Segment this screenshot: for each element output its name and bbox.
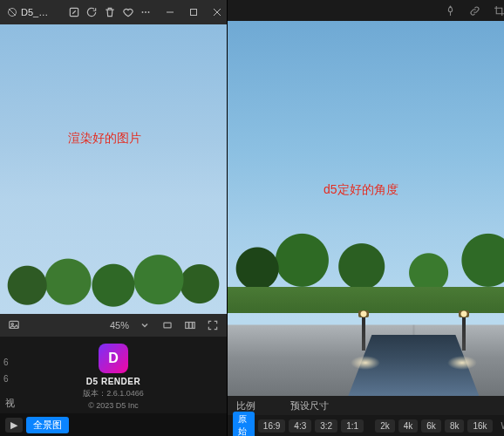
- ratio-4-3[interactable]: 4:3: [289, 419, 311, 433]
- play-button[interactable]: ▶: [5, 418, 23, 433]
- scene-grass: [228, 287, 504, 313]
- scene-lamp-left: [362, 316, 365, 351]
- d5-3d-viewport[interactable]: d5定好的角度: [228, 21, 504, 396]
- svg-rect-11: [164, 323, 171, 328]
- minimize-button[interactable]: [160, 0, 180, 24]
- preset-size-label: 预设尺寸: [290, 399, 329, 412]
- svg-rect-13: [189, 323, 193, 329]
- maximize-button[interactable]: [184, 0, 204, 24]
- output-ratio-bar: 原始 16:9 4:3 3:2 1:1 2k 4k 6k 8k 16k W 10…: [228, 415, 504, 436]
- svg-rect-14: [193, 323, 194, 329]
- res-6k[interactable]: 6k: [421, 419, 441, 433]
- pin-icon[interactable]: [445, 4, 457, 17]
- fullscreen-icon[interactable]: [206, 318, 220, 332]
- ratio-3-2[interactable]: 3:2: [315, 419, 337, 433]
- ratio-16-9[interactable]: 16:9: [258, 419, 285, 433]
- d5-logo-icon: D: [99, 344, 128, 373]
- scene-lamp-right: [462, 316, 466, 351]
- brand-name: D5 RENDER: [86, 377, 140, 386]
- svg-point-10: [11, 324, 13, 325]
- app-icon: [7, 6, 17, 18]
- brand-block: D D5 RENDER 版本：2.6.1.0466 © 2023 D5 Inc: [83, 344, 144, 410]
- viewer-bottombar: ▶ 全景图: [0, 413, 227, 436]
- chevron-down-icon[interactable]: [138, 318, 152, 332]
- edit-icon[interactable]: [66, 0, 81, 24]
- favorite-icon[interactable]: [120, 0, 135, 24]
- d5-viewport-pane: d5定好的角度 比例 预设尺寸 自定义 速 原始 16:9 4:3 3:2 1:…: [227, 0, 504, 436]
- svg-point-3: [145, 11, 146, 13]
- side-value-2: 6: [3, 374, 9, 384]
- image-info-icon[interactable]: [7, 318, 21, 332]
- viewport-toolbar: [228, 0, 504, 21]
- aspect-ratio-label: 比例: [236, 399, 255, 412]
- link-icon[interactable]: [469, 4, 481, 17]
- side-values: 6 6: [3, 358, 9, 384]
- side-value-1: 6: [3, 358, 9, 367]
- image-viewer-pane: D5_场景… 渲染好的图片: [0, 0, 227, 436]
- rendered-image-viewport[interactable]: 渲染好的图片: [0, 24, 227, 314]
- rotate-icon[interactable]: [85, 0, 99, 24]
- output-meta-row: 比例 预设尺寸 自定义 速: [228, 396, 504, 415]
- viewer-about-panel: 6 6 D D5 RENDER 版本：2.6.1.0466 © 2023 D5 …: [0, 337, 227, 413]
- image-content-trees: [0, 242, 227, 314]
- filmstrip-icon[interactable]: [183, 318, 197, 332]
- titlebar: D5_场景…: [0, 0, 227, 24]
- footer-left-label: 视: [5, 397, 15, 410]
- res-16k[interactable]: 16k: [467, 419, 492, 433]
- brand-version: 版本：2.6.1.0466: [83, 388, 144, 399]
- svg-rect-6: [190, 10, 196, 16]
- svg-rect-12: [186, 323, 189, 329]
- width-label: W: [501, 421, 504, 431]
- res-4k[interactable]: 4k: [398, 419, 419, 433]
- scene-trees: [228, 195, 504, 300]
- brand-copyright: © 2023 D5 Inc: [88, 401, 139, 410]
- close-button[interactable]: [207, 0, 227, 24]
- delete-icon[interactable]: [103, 0, 118, 24]
- res-2k[interactable]: 2k: [375, 419, 395, 433]
- fit-screen-icon[interactable]: [160, 318, 174, 332]
- zoom-level: 45%: [110, 320, 129, 330]
- ratio-1-1[interactable]: 1:1: [341, 419, 364, 433]
- window-title: D5_场景…: [21, 6, 56, 19]
- more-icon[interactable]: [139, 0, 153, 24]
- annotation-rendered: 渲染好的图片: [68, 131, 141, 146]
- svg-point-2: [142, 11, 144, 13]
- panorama-button[interactable]: 全景图: [26, 417, 69, 433]
- svg-point-4: [148, 11, 150, 13]
- res-8k[interactable]: 8k: [445, 419, 465, 433]
- ratio-original[interactable]: 原始: [233, 412, 255, 436]
- viewer-statusbar: 45%: [0, 314, 227, 337]
- crop-icon[interactable]: [494, 4, 504, 17]
- annotation-camera-angle: d5定好的角度: [324, 182, 398, 198]
